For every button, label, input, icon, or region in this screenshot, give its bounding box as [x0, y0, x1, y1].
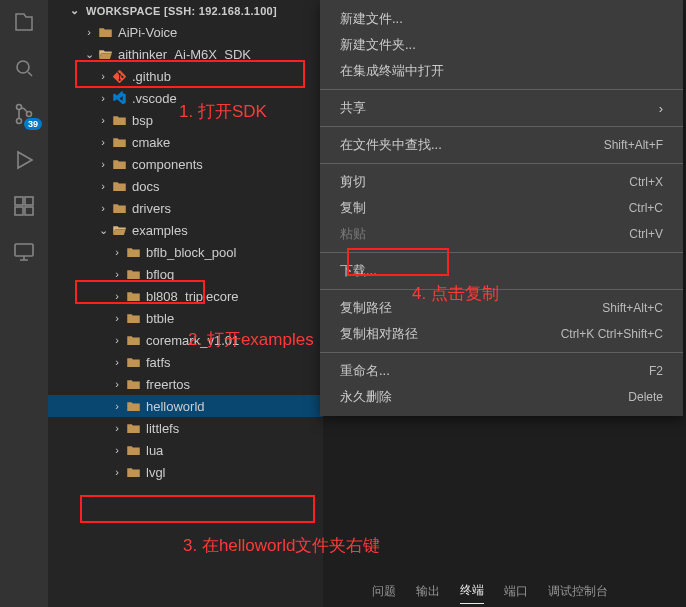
tree-row-littlefs[interactable]: ›littlefs — [48, 417, 323, 439]
chevron-icon: › — [110, 290, 124, 302]
git-icon — [110, 69, 128, 84]
workspace-title: WORKSPACE [SSH: 192.168.1.100] — [86, 5, 277, 17]
menu-item-剪切[interactable]: 剪切Ctrl+X — [320, 169, 683, 195]
tree-row-coremark-v1-01[interactable]: ›coremark_v1.01 — [48, 329, 323, 351]
menu-item-共享[interactable]: 共享 — [320, 95, 683, 121]
tree-label: docs — [132, 179, 159, 194]
tree-row-bl808-triplecore[interactable]: ›bl808_triplecore — [48, 285, 323, 307]
workspace-header[interactable]: ⌄ WORKSPACE [SSH: 192.168.1.100] — [48, 0, 323, 21]
svg-rect-4 — [15, 197, 23, 205]
menu-item-新建文件[interactable]: 新建文件... — [320, 6, 683, 32]
folder-icon — [124, 311, 142, 326]
panel-tab-4[interactable]: 调试控制台 — [548, 579, 608, 604]
context-menu: 新建文件...新建文件夹...在集成终端中打开共享在文件夹中查找...Shift… — [320, 0, 683, 416]
vsc-icon — [110, 91, 128, 106]
tree-row-bflb-block-pool[interactable]: ›bflb_block_pool — [48, 241, 323, 263]
menu-item-粘贴: 粘贴Ctrl+V — [320, 221, 683, 247]
tree-label: lvgl — [146, 465, 166, 480]
tree-row-examples[interactable]: ⌄examples — [48, 219, 323, 241]
menu-shortcut: Ctrl+K Ctrl+Shift+C — [561, 327, 663, 341]
source-control-icon[interactable]: 39 — [10, 100, 38, 128]
menu-item-下载[interactable]: 下载... — [320, 258, 683, 284]
menu-separator — [320, 289, 683, 290]
chevron-icon: › — [96, 158, 110, 170]
tree-row--vscode[interactable]: ›.vscode — [48, 87, 323, 109]
tree-row-bsp[interactable]: ›bsp — [48, 109, 323, 131]
tree-label: AiPi-Voice — [118, 25, 177, 40]
tree-label: bflog — [146, 267, 174, 282]
folder-icon — [124, 267, 142, 282]
chevron-down-icon: ⌄ — [68, 4, 82, 17]
panel-tab-1[interactable]: 输出 — [416, 579, 440, 604]
tree-row-lua[interactable]: ›lua — [48, 439, 323, 461]
run-debug-icon[interactable] — [10, 146, 38, 174]
svg-rect-7 — [25, 197, 33, 205]
svg-point-1 — [17, 105, 22, 110]
chevron-icon: › — [96, 114, 110, 126]
tree-label: .github — [132, 69, 171, 84]
tree-label: cmake — [132, 135, 170, 150]
tree-label: littlefs — [146, 421, 179, 436]
chevron-icon: › — [110, 444, 124, 456]
menu-separator — [320, 89, 683, 90]
tree-label: freertos — [146, 377, 190, 392]
tree-label: fatfs — [146, 355, 171, 370]
tree-row--github[interactable]: ›.github — [48, 65, 323, 87]
extensions-icon[interactable] — [10, 192, 38, 220]
tree-row-freertos[interactable]: ›freertos — [48, 373, 323, 395]
svg-rect-5 — [15, 207, 23, 215]
folder-icon — [124, 377, 142, 392]
chevron-icon: › — [110, 312, 124, 324]
tree-label: aithinker_Ai-M6X_SDK — [118, 47, 251, 62]
svg-point-2 — [17, 119, 22, 124]
menu-item-重命名[interactable]: 重命名...F2 — [320, 358, 683, 384]
menu-label: 复制 — [340, 199, 366, 217]
explorer-icon[interactable] — [10, 8, 38, 36]
tree-row-helloworld[interactable]: ›helloworld — [48, 395, 323, 417]
tree-row-aipi-voice[interactable]: ›AiPi-Voice — [48, 21, 323, 43]
menu-item-在集成终端中打开[interactable]: 在集成终端中打开 — [320, 58, 683, 84]
menu-shortcut: Shift+Alt+F — [604, 138, 663, 152]
menu-item-复制[interactable]: 复制Ctrl+C — [320, 195, 683, 221]
panel-tab-0[interactable]: 问题 — [372, 579, 396, 604]
tree-row-bflog[interactable]: ›bflog — [48, 263, 323, 285]
chevron-icon: › — [110, 422, 124, 434]
tree-row-components[interactable]: ›components — [48, 153, 323, 175]
menu-item-新建文件夹[interactable]: 新建文件夹... — [320, 32, 683, 58]
chevron-icon: ⌄ — [96, 224, 110, 237]
menu-separator — [320, 163, 683, 164]
tree-row-lvgl[interactable]: ›lvgl — [48, 461, 323, 483]
file-tree: ›AiPi-Voice⌄aithinker_Ai-M6X_SDK›.github… — [48, 21, 323, 483]
menu-separator — [320, 252, 683, 253]
activity-bar: 39 — [0, 0, 48, 607]
tree-label: lua — [146, 443, 163, 458]
menu-label: 永久删除 — [340, 388, 392, 406]
tree-row-btble[interactable]: ›btble — [48, 307, 323, 329]
menu-item-永久删除[interactable]: 永久删除Delete — [320, 384, 683, 410]
menu-item-复制相对路径[interactable]: 复制相对路径Ctrl+K Ctrl+Shift+C — [320, 321, 683, 347]
menu-shortcut: Ctrl+V — [629, 227, 663, 241]
chevron-icon: › — [82, 26, 96, 38]
menu-shortcut: Shift+Alt+C — [602, 301, 663, 315]
menu-shortcut: F2 — [649, 364, 663, 378]
panel-tab-2[interactable]: 终端 — [460, 578, 484, 604]
tree-row-docs[interactable]: ›docs — [48, 175, 323, 197]
folder-icon — [124, 289, 142, 304]
tree-label: components — [132, 157, 203, 172]
tree-label: bsp — [132, 113, 153, 128]
search-icon[interactable] — [10, 54, 38, 82]
svg-point-3 — [27, 112, 32, 117]
panel-tab-3[interactable]: 端口 — [504, 579, 528, 604]
menu-label: 在文件夹中查找... — [340, 136, 442, 154]
tree-row-cmake[interactable]: ›cmake — [48, 131, 323, 153]
folder-icon — [96, 25, 114, 40]
folder-icon — [110, 201, 128, 216]
tree-row-aithinker-ai-m6x-sdk[interactable]: ⌄aithinker_Ai-M6X_SDK — [48, 43, 323, 65]
menu-item-在文件夹中查找[interactable]: 在文件夹中查找...Shift+Alt+F — [320, 132, 683, 158]
menu-label: 共享 — [340, 99, 366, 117]
menu-item-复制路径[interactable]: 复制路径Shift+Alt+C — [320, 295, 683, 321]
tree-label: bl808_triplecore — [146, 289, 239, 304]
remote-icon[interactable] — [10, 238, 38, 266]
tree-row-drivers[interactable]: ›drivers — [48, 197, 323, 219]
tree-row-fatfs[interactable]: ›fatfs — [48, 351, 323, 373]
